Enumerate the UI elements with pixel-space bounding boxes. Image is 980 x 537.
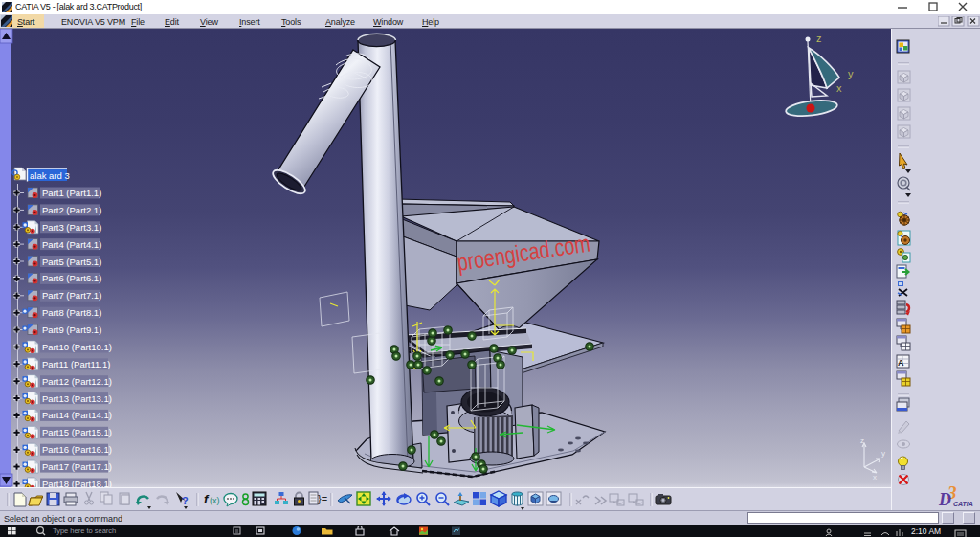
svg-text:Part2 (Part2.1): Part2 (Part2.1) bbox=[42, 205, 101, 215]
svg-text:Part7 (Part7.1): Part7 (Part7.1) bbox=[42, 290, 101, 301]
svg-text:x: x bbox=[873, 473, 877, 481]
svg-text:Part8 (Part8.1): Part8 (Part8.1) bbox=[42, 307, 101, 318]
svg-text:z: z bbox=[860, 436, 864, 445]
svg-text:CATIA: CATIA bbox=[953, 501, 973, 507]
svg-text:?: ? bbox=[182, 495, 189, 506]
svg-text:z: z bbox=[816, 33, 822, 44]
svg-text:Part9 (Part9.1): Part9 (Part9.1) bbox=[42, 324, 101, 335]
svg-text:(x): (x) bbox=[210, 496, 220, 505]
svg-text:Part3 (Part3.1): Part3 (Part3.1) bbox=[42, 222, 101, 233]
svg-text:Part13 (Part13.1): Part13 (Part13.1) bbox=[42, 393, 112, 404]
svg-text:Part1 (Part1.1): Part1 (Part1.1) bbox=[42, 188, 101, 198]
svg-text:Part12 (Part12.1): Part12 (Part12.1) bbox=[42, 376, 112, 387]
svg-text:y: y bbox=[848, 68, 854, 79]
svg-text:Part6 (Part6.1): Part6 (Part6.1) bbox=[42, 273, 101, 283]
svg-text:x: x bbox=[836, 82, 842, 94]
svg-text:Part17 (Part17.1): Part17 (Part17.1) bbox=[42, 461, 112, 472]
svg-text:Type here to search: Type here to search bbox=[53, 526, 116, 535]
svg-text:Part4 (Part4.1): Part4 (Part4.1) bbox=[42, 239, 101, 250]
svg-text:2:10 AM: 2:10 AM bbox=[911, 526, 941, 536]
svg-text:Part15 (Part15.1): Part15 (Part15.1) bbox=[42, 427, 112, 437]
svg-text:Part16 (Part16.1): Part16 (Part16.1) bbox=[42, 444, 112, 455]
svg-text:A: A bbox=[898, 358, 904, 368]
svg-text:y: y bbox=[881, 449, 885, 458]
svg-text:Part11 (Part11.1): Part11 (Part11.1) bbox=[42, 359, 110, 369]
svg-text:Part10 (Part10.1): Part10 (Part10.1) bbox=[42, 342, 112, 352]
svg-text:Part18 (Part18.1): Part18 (Part18.1) bbox=[42, 479, 112, 487]
svg-text:Part5 (Part5.1): Part5 (Part5.1) bbox=[42, 257, 101, 267]
svg-text:D: D bbox=[938, 490, 951, 509]
svg-text:alak ard 3: alak ard 3 bbox=[30, 170, 70, 181]
svg-text:Part14 (Part14.1): Part14 (Part14.1) bbox=[42, 410, 112, 420]
svg-text:}=: }= bbox=[318, 493, 327, 504]
